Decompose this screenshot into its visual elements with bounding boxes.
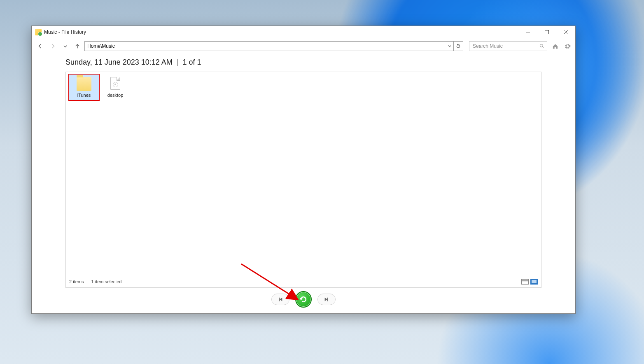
- file-history-icon: [35, 29, 42, 35]
- snapshot-position: 1 of 1: [183, 58, 201, 67]
- folder-icon: [75, 76, 93, 91]
- refresh-button[interactable]: [453, 41, 463, 51]
- item-count: 2 items: [69, 279, 84, 284]
- minimize-button[interactable]: [518, 26, 537, 38]
- address-input[interactable]: [84, 41, 446, 51]
- next-version-button[interactable]: [317, 294, 336, 305]
- arrow-right-icon: [50, 43, 56, 49]
- details-view-button[interactable]: [521, 279, 529, 285]
- gear-icon: [565, 43, 571, 49]
- item-label: desktop: [107, 93, 124, 98]
- chevron-down-icon: [448, 44, 451, 48]
- svg-rect-0: [545, 30, 549, 34]
- version-navigation: [65, 288, 541, 313]
- address-dropdown-button[interactable]: [446, 41, 453, 51]
- file-item-desktop[interactable]: desktop: [100, 74, 131, 101]
- maximize-button[interactable]: [537, 26, 556, 38]
- back-button[interactable]: [35, 41, 46, 51]
- home-button[interactable]: [551, 42, 560, 51]
- home-icon: [552, 43, 558, 49]
- selection-count: 1 item selected: [91, 279, 121, 284]
- restore-button[interactable]: [295, 291, 312, 308]
- skip-previous-icon: [278, 296, 283, 302]
- arrow-left-icon: [37, 43, 43, 49]
- arrow-up-icon: [75, 43, 80, 49]
- chevron-down-icon: [63, 44, 67, 48]
- file-history-window: Music - File History: [31, 26, 576, 314]
- item-label: iTunes: [77, 93, 91, 98]
- search-icon: [539, 44, 544, 49]
- maximize-icon: [545, 30, 549, 34]
- up-button[interactable]: [72, 41, 83, 51]
- folder-item-itunes[interactable]: iTunes: [68, 74, 100, 101]
- search-box[interactable]: [469, 41, 547, 51]
- snapshot-header: Sunday, 11 June 2023 10:12 AM | 1 of 1: [65, 58, 541, 67]
- large-icons-view-button[interactable]: [530, 279, 538, 285]
- status-bar: 2 items 1 item selected: [69, 278, 538, 286]
- navigation-toolbar: [32, 38, 575, 54]
- window-titlebar[interactable]: Music - File History: [32, 26, 575, 38]
- refresh-icon: [456, 44, 461, 49]
- file-list-pane[interactable]: iTunes desktop 2 items 1 item selected: [65, 72, 541, 288]
- window-title: Music - File History: [44, 29, 86, 35]
- search-input[interactable]: [472, 43, 539, 49]
- address-bar: [84, 41, 463, 51]
- forward-button[interactable]: [47, 41, 58, 51]
- content-area: Sunday, 11 June 2023 10:12 AM | 1 of 1 i…: [32, 54, 575, 313]
- close-icon: [564, 30, 568, 34]
- minimize-icon: [526, 30, 530, 34]
- items-container: iTunes desktop: [68, 74, 131, 101]
- recent-locations-button[interactable]: [60, 41, 70, 51]
- skip-next-icon: [324, 296, 329, 302]
- previous-version-button[interactable]: [271, 294, 289, 305]
- snapshot-timestamp: Sunday, 11 June 2023 10:12 AM: [65, 58, 173, 67]
- restore-icon: [299, 295, 308, 303]
- close-button[interactable]: [556, 26, 575, 38]
- settings-file-icon: [106, 76, 124, 91]
- settings-button[interactable]: [563, 42, 572, 51]
- separator: |: [177, 58, 179, 67]
- svg-point-1: [540, 44, 543, 47]
